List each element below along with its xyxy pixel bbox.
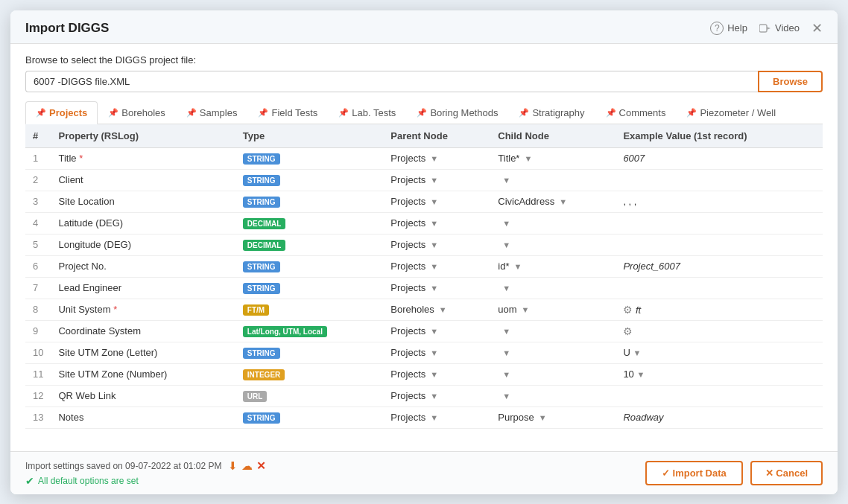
footer-left: Import settings saved on 09-07-2022 at 0…: [25, 459, 266, 487]
example-value: 10: [623, 369, 633, 380]
row-parent-node: Projects▼: [383, 406, 490, 428]
row-child-node: ▼: [490, 234, 616, 255]
tab-projects-label: Projects: [49, 107, 87, 118]
type-badge: STRING: [243, 412, 280, 424]
tab-field-tests-label: Field Tests: [271, 107, 317, 118]
tab-boring-methods[interactable]: 📌 Boring Methods: [406, 101, 508, 124]
close-button[interactable]: ✕: [811, 22, 823, 35]
row-property: Project No.: [51, 255, 235, 277]
row-property: QR Web Link: [51, 385, 235, 406]
child-node-text: uom: [498, 304, 516, 315]
row-type: DECIMAL: [235, 212, 383, 234]
col-child: Child Node: [490, 124, 616, 148]
row-property: Client: [51, 169, 235, 191]
child-node-arrow[interactable]: ▼: [502, 370, 510, 379]
gear-icon[interactable]: ⚙: [623, 325, 633, 337]
tab-field-tests[interactable]: 📌 Field Tests: [247, 101, 328, 124]
row-num: 7: [25, 277, 51, 299]
row-property: Longitude (DEG): [51, 234, 235, 255]
parent-node-arrow[interactable]: ▼: [430, 262, 438, 271]
tab-samples-icon: 📌: [186, 108, 197, 118]
help-button[interactable]: ? Help: [710, 22, 747, 35]
example-value: 6007: [623, 153, 645, 164]
cancel-button[interactable]: ✕ Cancel: [750, 461, 823, 485]
child-node-arrow[interactable]: ▼: [502, 240, 510, 249]
parent-node-text: Projects: [390, 174, 425, 185]
child-node-arrow[interactable]: ▼: [502, 327, 510, 336]
parent-node-arrow[interactable]: ▼: [430, 240, 438, 249]
parent-node-arrow[interactable]: ▼: [439, 305, 447, 314]
gear-icon[interactable]: ⚙: [623, 304, 633, 316]
dialog-header: Import DIGGS ? Help Video ✕: [10, 10, 838, 44]
table-row: 13NotesSTRINGProjects▼Purpose▼Roadway: [25, 406, 823, 428]
parent-node-arrow[interactable]: ▼: [430, 370, 438, 379]
row-parent-node: Projects▼: [383, 385, 490, 406]
row-type: DECIMAL: [235, 234, 383, 255]
type-badge: STRING: [243, 175, 280, 186]
row-num: 5: [25, 234, 51, 255]
child-node-text: Purpose: [498, 412, 534, 423]
tab-samples[interactable]: 📌 Samples: [176, 101, 248, 124]
parent-node-arrow[interactable]: ▼: [430, 154, 438, 163]
child-node-arrow[interactable]: ▼: [539, 413, 547, 422]
parent-node-arrow[interactable]: ▼: [430, 284, 438, 293]
parent-node-arrow[interactable]: ▼: [430, 327, 438, 336]
parent-node-text: Projects: [390, 196, 425, 207]
row-type: STRING: [235, 277, 383, 299]
example-dropdown-arrow[interactable]: ▼: [636, 370, 645, 379]
example-value: , , ,: [623, 196, 636, 207]
tab-comments-icon: 📌: [606, 108, 616, 118]
row-example: [616, 169, 823, 191]
row-child-node: ▼: [490, 320, 616, 342]
tabs-bar: 📌 Projects 📌 Boreholes 📌 Samples 📌 Field…: [25, 101, 823, 124]
tab-comments-label: Comments: [619, 107, 666, 118]
parent-node-arrow[interactable]: ▼: [430, 176, 438, 185]
download-icon[interactable]: ⬇: [228, 459, 238, 473]
import-button[interactable]: ✓ Import Data: [645, 461, 743, 485]
tab-comments[interactable]: 📌 Comments: [595, 101, 677, 124]
browse-button[interactable]: Browse: [758, 71, 823, 92]
child-node-arrow[interactable]: ▼: [522, 305, 530, 314]
tab-stratigraphy[interactable]: 📌 Stratigraphy: [508, 101, 595, 124]
row-num: 6: [25, 255, 51, 277]
parent-node-arrow[interactable]: ▼: [430, 392, 438, 401]
row-child-node: CivicAddress▼: [490, 191, 616, 212]
example-value: Roadway: [623, 412, 663, 423]
child-node-arrow[interactable]: ▼: [559, 197, 567, 206]
parent-node-text: Projects: [390, 217, 425, 229]
row-property: Lead Engineer: [51, 277, 235, 299]
clear-icon[interactable]: ✕: [256, 459, 266, 473]
parent-node-arrow[interactable]: ▼: [430, 413, 438, 422]
type-badge: STRING: [243, 153, 280, 165]
child-node-arrow[interactable]: ▼: [502, 392, 510, 401]
child-node-arrow[interactable]: ▼: [502, 176, 510, 185]
tab-stratigraphy-label: Stratigraphy: [532, 107, 584, 118]
video-button[interactable]: Video: [759, 22, 800, 34]
child-node-arrow[interactable]: ▼: [524, 154, 532, 163]
file-input[interactable]: [25, 71, 758, 92]
child-node-arrow[interactable]: ▼: [502, 219, 510, 228]
tab-piezometer[interactable]: 📌 Piezometer / Well: [676, 101, 786, 124]
tab-field-tests-icon: 📌: [258, 108, 268, 118]
tab-piezometer-label: Piezometer / Well: [700, 107, 776, 118]
child-node-arrow[interactable]: ▼: [502, 348, 510, 357]
cloud-upload-icon[interactable]: ☁: [241, 459, 253, 473]
child-node-text: Title*: [498, 153, 519, 164]
tab-projects[interactable]: 📌 Projects: [25, 101, 98, 124]
child-node-arrow[interactable]: ▼: [513, 262, 522, 271]
parent-node-arrow[interactable]: ▼: [430, 219, 438, 228]
row-type: URL: [235, 385, 383, 406]
example-dropdown-arrow[interactable]: ▼: [633, 348, 641, 357]
tab-lab-tests[interactable]: 📌 Lab. Tests: [328, 101, 406, 124]
parent-node-text: Projects: [390, 282, 425, 293]
parent-node-arrow[interactable]: ▼: [430, 197, 438, 206]
col-num: #: [25, 124, 51, 148]
parent-node-arrow[interactable]: ▼: [430, 348, 438, 357]
table-row: 4Latitude (DEG)DECIMALProjects▼▼: [25, 212, 823, 234]
col-parent: Parent Node: [383, 124, 490, 148]
row-child-node: ▼: [490, 363, 616, 385]
child-node-arrow[interactable]: ▼: [502, 284, 510, 293]
row-num: 10: [25, 342, 51, 363]
tab-boreholes[interactable]: 📌 Boreholes: [98, 101, 176, 124]
row-num: 2: [25, 169, 51, 191]
